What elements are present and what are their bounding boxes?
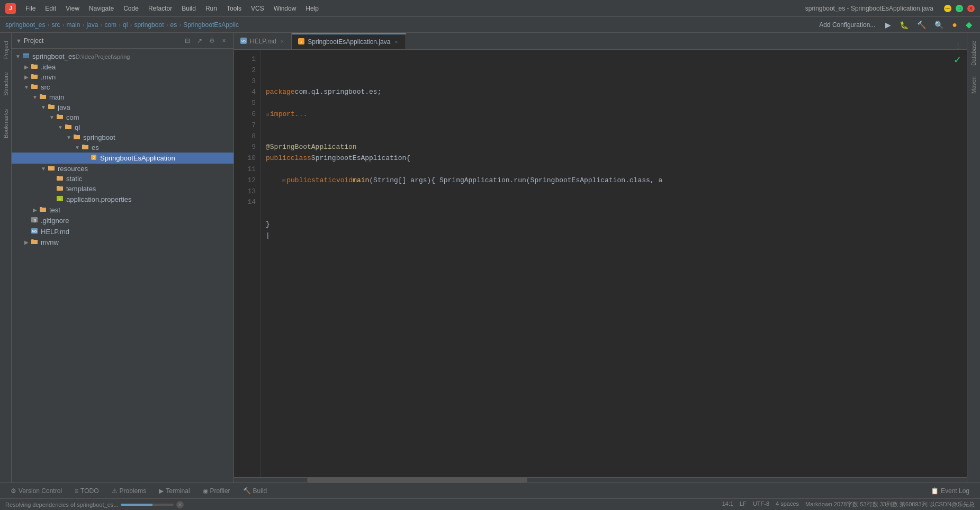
tabs-more[interactable]: ⋮ [949,41,967,49]
menu-navigate[interactable]: Navigate [85,4,118,13]
tree-item-11[interactable]: ▼resources [12,164,233,174]
breadcrumb-item-1[interactable]: src [51,21,60,29]
scroll-to-source-button[interactable]: ↗ [194,35,205,46]
tab-1[interactable]: JSpringbootEsApplication.java× [292,33,406,49]
database-tab[interactable]: Database [969,38,978,68]
cancel-button[interactable]: ✕ [176,501,184,508]
maximize-button[interactable]: □ [956,5,963,12]
breadcrumb-item-7[interactable]: es [170,21,177,29]
bottom-tab-4[interactable]: ◉Profiler [197,486,236,496]
breadcrumb-item-2[interactable]: main [66,21,80,29]
bottom-tab-1[interactable]: ≡TODO [69,486,104,496]
progress-bar [121,504,174,506]
line-ending[interactable]: LF [740,500,747,508]
tree-item-9[interactable]: ▼es [12,142,233,153]
breadcrumb-item-0[interactable]: springboot_es [5,21,45,29]
tree-item-5[interactable]: ▼java [12,102,233,112]
cursor-position[interactable]: 14:1 [722,500,733,508]
main-area: Project Structure Bookmarks ▼ Project ⊟ … [0,33,980,482]
menu-window[interactable]: Window [269,4,301,13]
file-encoding[interactable]: UTF-8 [753,500,769,508]
bottom-tab-3[interactable]: ▶Terminal [154,486,195,496]
search-button[interactable]: 🔍 [932,20,946,30]
maven-tab[interactable]: Maven [969,74,978,96]
bottom-tab-0[interactable]: ⚙Version Control [5,486,67,496]
menu-view[interactable]: View [61,4,84,13]
svg-text:MD: MD [241,40,246,43]
tree-label-4: main [49,93,64,101]
tree-item-16[interactable]: .g.gitignore [12,215,233,226]
bottom-tab-5[interactable]: 🔨Build [238,486,273,496]
menu-file[interactable]: File [21,4,40,13]
file-icon-14: = [56,195,64,204]
menu-build[interactable]: Build [177,4,200,13]
tree-item-4[interactable]: ▼main [12,92,233,102]
tree-item-0[interactable]: ▼springboot_es D:\IdeaProject\spring [12,51,233,62]
tree-label-17: HELP.md [41,228,69,236]
project-dropdown[interactable]: ▼ [16,38,22,44]
code-area[interactable]: package com.ql.springboot.es;⊟import ...… [260,50,967,477]
status-left: Resolving dependencies of springboot_es.… [5,501,184,508]
menu-run[interactable]: Run [201,4,221,13]
breadcrumb: springboot_es›src›main›java›com›ql›sprin… [5,21,239,29]
tree-item-17[interactable]: MDHELP.md [12,226,233,237]
profile-icon[interactable]: ● [949,19,960,31]
structure-panel-label[interactable]: Structure [2,69,10,99]
menu-vcs[interactable]: VCS [247,4,268,13]
tree-item-3[interactable]: ▼src [12,82,233,92]
build-button[interactable]: 🔨 [914,20,929,30]
tree-item-1[interactable]: ▶.idea [12,62,233,72]
tree-label-7: ql [75,123,80,131]
minimize-button[interactable]: — [944,5,951,12]
event-log-tab[interactable]: 📋Event Log [925,486,975,496]
tab-icon-1: J [298,38,304,46]
left-panel-labels: Project Structure Bookmarks [0,33,12,482]
menu-tools[interactable]: Tools [222,4,246,13]
settings-button[interactable]: ⚙ [206,35,217,46]
run-config-button[interactable]: Add Configuration... [815,20,879,30]
tree-item-2[interactable]: ▶.mvn [12,72,233,82]
project-panel-label[interactable]: Project [2,38,10,61]
tree-item-14[interactable]: =application.properties [12,194,233,205]
indent-setting[interactable]: 4 spaces [776,500,799,508]
code-line-3: ⊟import ... [266,109,961,120]
tab-icon-0: MD [240,38,247,46]
breadcrumb-item-5[interactable]: ql [123,21,128,29]
tree-item-10[interactable]: JSpringbootEsApplication [12,153,233,164]
bottom-tab-2[interactable]: ⚠Problems [106,486,152,496]
run-button[interactable]: ▶ [883,20,894,30]
file-icon-3 [31,83,38,91]
tree-item-12[interactable]: static [12,174,233,184]
breadcrumb-item-8[interactable]: SpringbootEsApplic [183,21,239,29]
fold-icon-import[interactable]: ⊟ [266,111,269,119]
close-button[interactable]: ✕ [967,5,975,12]
debug-button[interactable]: 🐛 [897,20,911,30]
tree-item-7[interactable]: ▼ql [12,122,233,132]
menu-code[interactable]: Code [119,4,143,13]
collapse-all-button[interactable]: ⊟ [182,35,193,46]
menu-edit[interactable]: Edit [41,4,60,13]
tree-item-6[interactable]: ▼com [12,112,233,122]
breadcrumb-sep-3: › [100,21,102,29]
bookmarks-panel-label[interactable]: Bookmarks [2,106,10,141]
tab-close-1[interactable]: × [393,39,399,45]
breadcrumb-item-6[interactable]: springboot [134,21,164,29]
line-number-1: 1 [234,54,256,65]
progress-text: Resolving dependencies of springboot_es.… [5,502,118,508]
tree-item-8[interactable]: ▼springboot [12,132,233,142]
fold-icon-method[interactable]: ⊟ [282,177,285,185]
menu-refactor[interactable]: Refactor [144,4,176,13]
plugins-icon[interactable]: ◆ [963,19,975,31]
menu-help[interactable]: Help [301,4,323,13]
tree-item-13[interactable]: templates [12,184,233,194]
tree-item-15[interactable]: ▶test [12,205,233,215]
file-icon-4 [39,93,47,101]
tab-0[interactable]: MDHELP.md× [234,33,292,49]
progress-fill [121,504,152,506]
breadcrumb-item-3[interactable]: java [86,21,98,29]
horizontal-scrollbar[interactable] [234,477,967,482]
tab-close-0[interactable]: × [280,38,285,44]
breadcrumb-item-4[interactable]: com [104,21,116,29]
hide-panel-button[interactable]: × [219,35,229,46]
tree-item-18[interactable]: ▶mvnw [12,237,233,247]
